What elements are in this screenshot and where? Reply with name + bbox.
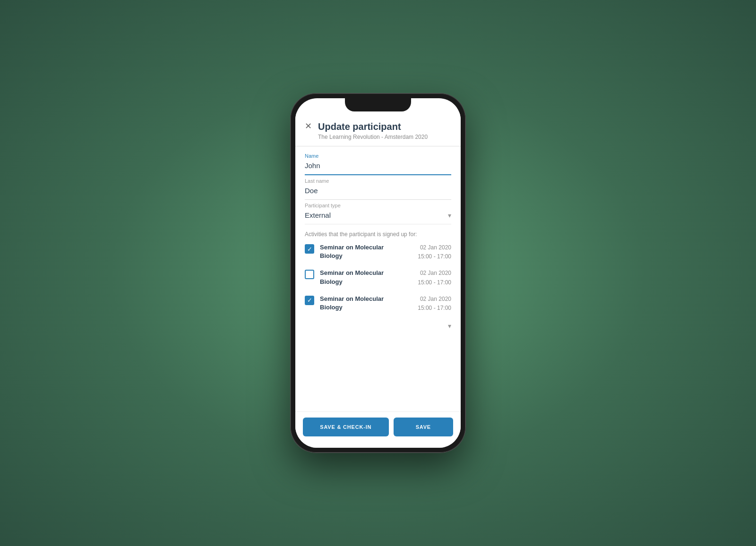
modal-subtitle: The Learning Revolution - Amsterdam 2020: [318, 134, 451, 140]
activities-label: Activities that the participant is signe…: [305, 231, 451, 238]
activity-date-3: 02 Jan 202015:00 - 17:00: [418, 295, 451, 313]
lastname-label: Last name: [305, 178, 451, 184]
phone-screen: ✕ Update participant The Learning Revolu…: [295, 98, 461, 448]
activity-checkbox-3[interactable]: ✓: [305, 296, 314, 305]
activity-date-1: 02 Jan 202015:00 - 17:00: [418, 243, 451, 261]
modal-title: Update participant: [318, 121, 451, 132]
name-input[interactable]: [305, 161, 451, 171]
form-content: Name Last name Participant type External…: [295, 146, 461, 411]
save-checkin-button[interactable]: SAVE & CHECK-IN: [303, 418, 389, 436]
activity-checkbox-2[interactable]: [305, 270, 314, 279]
participant-type-value: External: [305, 211, 331, 219]
participant-type-select[interactable]: External ▾: [305, 210, 451, 220]
activity-item-2: Seminar on Molecular Biology 02 Jan 2020…: [305, 269, 451, 287]
phone-notch: [345, 98, 411, 111]
chevron-down-icon: ▾: [448, 212, 451, 219]
checkmark-icon-3: ✓: [307, 297, 312, 303]
checkmark-icon-1: ✓: [307, 246, 312, 252]
activity-checkbox-1[interactable]: ✓: [305, 244, 314, 254]
activities-section: Activities that the participant is signe…: [305, 224, 451, 337]
phone-frame: ✕ Update participant The Learning Revolu…: [291, 94, 465, 452]
activity-name-3: Seminar on Molecular Biology: [320, 295, 395, 312]
activity-info-3: Seminar on Molecular Biology 02 Jan 2020…: [320, 295, 451, 313]
modal-header: ✕ Update participant The Learning Revolu…: [295, 112, 461, 146]
activity-info-2: Seminar on Molecular Biology 02 Jan 2020…: [320, 269, 451, 287]
footer-actions: SAVE & CHECK-IN SAVE: [295, 411, 461, 448]
name-label: Name: [305, 153, 451, 159]
screen-content: ✕ Update participant The Learning Revolu…: [295, 98, 461, 448]
expand-more-button[interactable]: ▾: [305, 320, 451, 337]
activity-info-1: Seminar on Molecular Biology 02 Jan 2020…: [320, 243, 451, 261]
expand-more-icon: ▾: [448, 322, 451, 330]
activity-item-3: ✓ Seminar on Molecular Biology 02 Jan 20…: [305, 295, 451, 313]
close-button[interactable]: ✕: [305, 122, 312, 130]
activity-date-2: 02 Jan 202015:00 - 17:00: [418, 269, 451, 287]
activity-name-2: Seminar on Molecular Biology: [320, 269, 395, 286]
save-button[interactable]: SAVE: [394, 418, 453, 436]
name-field-group: Name: [305, 146, 451, 175]
lastname-field-group: Last name: [305, 171, 451, 200]
lastname-input[interactable]: [305, 186, 451, 196]
participant-type-label: Participant type: [305, 203, 451, 208]
activity-name-1: Seminar on Molecular Biology: [320, 243, 395, 260]
activity-item-1: ✓ Seminar on Molecular Biology 02 Jan 20…: [305, 243, 451, 261]
participant-type-field-group: Participant type External ▾: [305, 196, 451, 224]
